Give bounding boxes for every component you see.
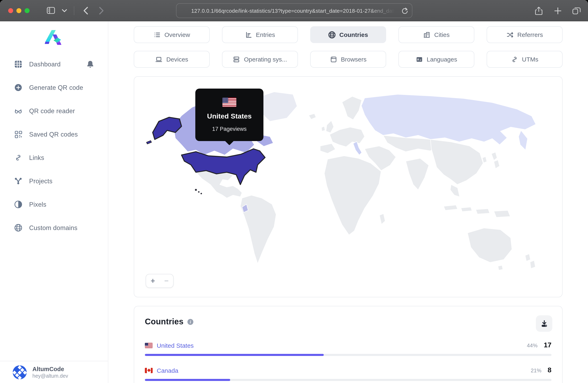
download-icon [540, 320, 548, 327]
info-icon[interactable]: i [187, 318, 194, 325]
sidebar-item-label: Projects [29, 177, 53, 185]
sidebar-item-qr-reader[interactable]: QR code reader [0, 104, 108, 118]
download-button[interactable] [536, 315, 552, 332]
glasses-icon [14, 107, 22, 115]
tooltip-pageviews: 17 Pageviews [212, 126, 247, 132]
map-australia [468, 228, 512, 262]
svg-text:z: z [420, 59, 421, 61]
reload-icon[interactable] [401, 7, 408, 16]
country-link[interactable]: United States [157, 342, 194, 349]
country-bar-track [145, 354, 551, 356]
sidebar-item-label: Saved QR codes [29, 131, 78, 138]
country-bar-track [145, 379, 551, 381]
account-footer[interactable]: AltumCode hey@altum.dev [0, 361, 108, 383]
laptop-icon [155, 56, 163, 63]
zoom-in-button[interactable]: + [146, 274, 160, 287]
tab-entries[interactable]: Entries [222, 26, 298, 43]
tab-label: Referrers [517, 31, 543, 38]
us-flag-icon [222, 98, 236, 107]
back-icon[interactable] [81, 5, 91, 15]
forward-icon[interactable] [96, 5, 106, 15]
tab-label: UTMs [522, 56, 538, 63]
tab-label: Browsers [341, 56, 366, 63]
map-new-zealand [525, 254, 535, 269]
map-tooltip: United States 17 Pageviews [195, 89, 263, 141]
sidebar: Dashboard Generate QR code QR code read [0, 21, 108, 383]
sidebar-item-label: Pixels [29, 201, 46, 208]
world-map-card: United States 17 Pageviews + − [134, 76, 563, 297]
navigation-controls [46, 5, 106, 15]
map-iberia [320, 143, 336, 153]
tab-referrers[interactable]: Referrers [487, 26, 563, 43]
sidebar-item-links[interactable]: Links [0, 151, 108, 164]
tab-label: Devices [166, 56, 188, 63]
map-india [406, 158, 429, 190]
new-tab-icon[interactable] [553, 6, 563, 16]
tab-overview-icon[interactable] [572, 6, 581, 16]
zoom-window-button[interactable] [25, 8, 30, 13]
language-icon: Az [416, 56, 423, 63]
server-icon [233, 56, 240, 63]
zoom-out-button[interactable]: − [160, 274, 173, 287]
sidebar-item-label: Generate QR code [29, 84, 83, 91]
globe-icon [328, 31, 336, 38]
list-icon [153, 31, 161, 38]
map-africa [324, 156, 381, 235]
tab-cities[interactable]: Cities [399, 26, 474, 43]
sidebar-item-pixels[interactable]: Pixels [0, 198, 108, 211]
tab-operating-systems[interactable]: Operating sys... [222, 51, 298, 68]
minimize-window-button[interactable] [16, 8, 21, 13]
map-east-asia [430, 140, 483, 184]
sidebar-item-dashboard[interactable]: Dashboard [0, 57, 108, 71]
shuffle-icon [506, 31, 514, 38]
bar-chart-icon [245, 31, 252, 38]
sidebar-item-projects[interactable]: Projects [0, 174, 108, 188]
map-italy [353, 141, 362, 155]
map-aleutians [147, 141, 151, 144]
browser-window: 127.0.0.1/66qrcode/link-statistics/13?ty… [0, 0, 588, 383]
link-icon [511, 56, 518, 63]
address-bar[interactable]: 127.0.0.1/66qrcode/link-statistics/13?ty… [176, 3, 412, 18]
map-madagascar [379, 214, 385, 224]
tab-utms[interactable]: UTMs [487, 51, 563, 68]
chevron-down-icon[interactable] [62, 5, 67, 15]
map-hawaii[interactable] [195, 189, 202, 194]
tab-devices[interactable]: Devices [134, 51, 210, 68]
tooltip-country: United States [207, 112, 252, 121]
country-link[interactable]: Canada [157, 367, 178, 374]
sidebar-nav: Dashboard Generate QR code QR code read [0, 57, 108, 235]
us-flag-icon [145, 343, 153, 348]
tab-overview[interactable]: Overview [134, 26, 210, 43]
browser-titlebar: 127.0.0.1/66qrcode/link-statistics/13?ty… [0, 0, 588, 21]
country-row: Canada 21% 8 [145, 366, 551, 381]
country-percent: 44% [527, 343, 538, 349]
sidebar-toggle-icon[interactable] [46, 5, 56, 15]
close-window-button[interactable] [8, 8, 13, 13]
tab-label: Countries [339, 31, 368, 38]
tab-label: Languages [427, 56, 457, 63]
tab-countries[interactable]: Countries [310, 26, 386, 43]
tab-browsers[interactable]: Browsers [310, 51, 386, 68]
country-bar-fill [145, 354, 324, 356]
share-icon[interactable] [534, 6, 544, 16]
tab-label: Entries [256, 31, 275, 38]
map-southeast-asia [450, 184, 460, 197]
tab-label: Cities [434, 31, 449, 38]
hierarchy-icon [14, 177, 22, 185]
altumcode-logo [44, 27, 63, 47]
countries-card: Countries i United States 44% 17 [134, 306, 563, 383]
sidebar-item-saved-qr[interactable]: Saved QR codes [0, 127, 108, 141]
grid-icon [14, 60, 22, 68]
tab-languages[interactable]: Az Languages [399, 51, 474, 68]
sidebar-item-custom-domains[interactable]: Custom domains [0, 221, 108, 235]
country-percent: 21% [531, 367, 541, 374]
bell-icon[interactable] [86, 60, 94, 70]
tab-label: Overview [164, 31, 190, 38]
sidebar-item-generate-qr[interactable]: Generate QR code [0, 81, 108, 94]
country-bar-fill [145, 379, 230, 381]
contrast-icon [14, 201, 22, 208]
window-controls [8, 8, 30, 13]
map-uk [321, 121, 334, 133]
map-zoom-control: + − [146, 274, 174, 288]
map-iceland [309, 114, 316, 119]
